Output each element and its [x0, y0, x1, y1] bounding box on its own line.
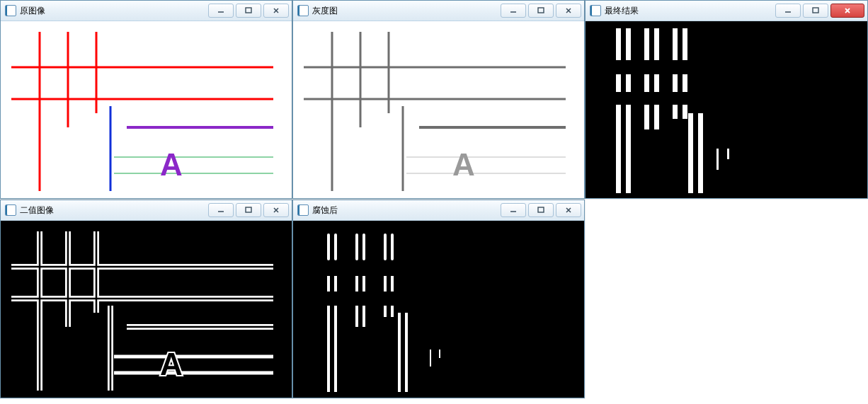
svg-rect-39	[654, 105, 659, 129]
svg-rect-34	[673, 74, 678, 92]
title-final: 最终结果	[605, 5, 773, 17]
svg-rect-78	[327, 306, 330, 392]
svg-rect-40	[673, 105, 678, 119]
title-binary: 二值图像	[20, 204, 206, 217]
svg-rect-41	[683, 105, 687, 119]
svg-rect-33	[654, 74, 659, 92]
title-original: 原图像	[20, 5, 206, 17]
svg-rect-74	[355, 276, 358, 292]
svg-rect-28	[673, 28, 678, 60]
svg-rect-43	[698, 113, 703, 193]
svg-rect-81	[362, 306, 365, 327]
svg-rect-37	[626, 105, 631, 193]
svg-rect-22	[813, 8, 818, 13]
titlebar-original: 原图像	[1, 1, 292, 21]
svg-rect-32	[644, 74, 649, 92]
svg-rect-36	[616, 105, 621, 193]
minimize-button[interactable]	[501, 203, 526, 217]
app-icon	[297, 204, 309, 216]
titlebar-final: 最终结果	[586, 1, 867, 21]
titlebar-eroded: 腐蚀后	[293, 200, 584, 221]
svg-rect-29	[683, 28, 687, 60]
minimize-button[interactable]	[208, 4, 234, 18]
minimize-button[interactable]	[208, 203, 234, 217]
title-grayscale: 灰度图	[312, 5, 498, 17]
minimize-button[interactable]	[501, 4, 526, 18]
svg-rect-72	[327, 276, 330, 292]
svg-rect-35	[683, 74, 687, 92]
svg-rect-31	[626, 74, 631, 92]
svg-rect-76	[384, 276, 387, 292]
canvas-original: A	[1, 21, 292, 198]
canvas-grayscale: A	[293, 21, 584, 198]
title-eroded: 腐蚀后	[312, 204, 498, 217]
app-icon	[297, 5, 309, 16]
close-button[interactable]	[556, 203, 581, 217]
window-buttons	[498, 203, 581, 217]
svg-rect-86	[430, 350, 431, 367]
window-grayscale: 灰度图 A	[292, 0, 585, 199]
svg-rect-69	[362, 233, 365, 260]
svg-rect-1	[1, 21, 292, 198]
canvas-final	[586, 21, 867, 198]
titlebar-binary: 二值图像	[1, 200, 292, 221]
window-binary: 二值图像	[0, 200, 292, 398]
minimize-button[interactable]	[775, 4, 801, 18]
close-button[interactable]	[263, 203, 289, 217]
close-button[interactable]	[263, 4, 289, 18]
window-buttons	[206, 4, 289, 18]
titlebar-grayscale: 灰度图	[293, 1, 584, 21]
svg-rect-30	[616, 74, 621, 92]
svg-rect-24	[616, 28, 621, 60]
svg-rect-12	[293, 21, 584, 198]
svg-rect-44	[716, 149, 719, 170]
maximize-button[interactable]	[803, 4, 828, 18]
letter-a: A	[160, 347, 183, 381]
svg-rect-42	[688, 113, 693, 193]
window-buttons	[773, 4, 864, 18]
maximize-button[interactable]	[528, 203, 554, 217]
svg-rect-77	[391, 276, 394, 292]
maximize-button[interactable]	[528, 4, 554, 18]
svg-rect-71	[391, 233, 394, 260]
window-original: 原图像 A	[0, 0, 292, 199]
svg-rect-80	[355, 306, 358, 327]
svg-rect-46	[246, 207, 251, 212]
svg-rect-75	[362, 276, 365, 292]
svg-rect-64	[538, 207, 544, 212]
app-icon	[5, 5, 16, 16]
svg-rect-83	[391, 306, 394, 317]
app-icon	[5, 204, 16, 216]
close-button[interactable]	[830, 4, 864, 18]
svg-rect-0	[246, 8, 251, 13]
letter-a: A	[452, 147, 475, 182]
svg-rect-68	[355, 233, 358, 260]
svg-rect-45	[727, 149, 729, 159]
svg-rect-66	[327, 233, 330, 260]
canvas-binary: A	[1, 221, 292, 398]
svg-rect-79	[334, 306, 337, 392]
window-final: 最终结果	[585, 0, 868, 199]
svg-rect-11	[538, 8, 544, 13]
svg-rect-84	[398, 313, 401, 392]
app-icon	[590, 5, 601, 16]
maximize-button[interactable]	[236, 203, 261, 217]
svg-rect-70	[384, 233, 387, 260]
svg-rect-38	[644, 105, 649, 129]
svg-rect-26	[644, 28, 649, 60]
canvas-eroded	[293, 221, 584, 398]
letter-a: A	[160, 147, 183, 182]
svg-rect-85	[405, 313, 408, 392]
close-button[interactable]	[556, 4, 581, 18]
svg-rect-82	[384, 306, 387, 317]
svg-rect-87	[439, 350, 440, 358]
maximize-button[interactable]	[236, 4, 261, 18]
svg-rect-27	[654, 28, 659, 60]
svg-rect-25	[626, 28, 631, 60]
window-buttons	[206, 203, 289, 217]
window-buttons	[498, 4, 581, 18]
svg-rect-67	[334, 233, 337, 260]
window-eroded: 腐蚀后	[292, 200, 585, 398]
svg-rect-73	[334, 276, 337, 292]
